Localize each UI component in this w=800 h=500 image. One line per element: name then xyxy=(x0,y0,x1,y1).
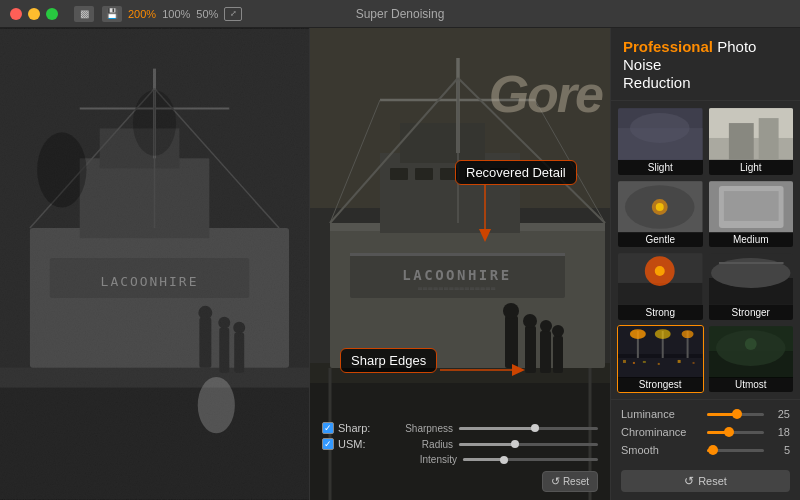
recovered-detail-arrow xyxy=(465,184,525,244)
sharp-edges-label: Sharp Edges xyxy=(340,348,437,373)
preset-utmost[interactable]: Utmost xyxy=(708,325,795,394)
preset-strongest-thumb xyxy=(618,326,703,378)
preset-medium[interactable]: Medium xyxy=(708,180,795,249)
intensity-slider[interactable] xyxy=(463,458,598,461)
usm-checkbox[interactable]: ✓ xyxy=(322,438,334,450)
chrominance-slider[interactable] xyxy=(707,431,764,434)
preset-light-label: Light xyxy=(709,160,794,175)
radius-slider[interactable] xyxy=(459,443,598,446)
save-icon[interactable]: 💾 xyxy=(102,6,122,22)
zoom-200-button[interactable]: 200% xyxy=(128,8,156,20)
preset-gentle[interactable]: Gentle xyxy=(617,180,704,249)
chrominance-slider-row: Chrominance 18 xyxy=(621,426,790,438)
close-button[interactable] xyxy=(10,8,22,20)
svg-rect-35 xyxy=(415,168,433,180)
svg-rect-91 xyxy=(618,357,703,377)
svg-point-101 xyxy=(744,338,756,350)
svg-rect-97 xyxy=(693,361,695,363)
after-reset-button[interactable]: ↺ Reset xyxy=(542,471,598,492)
svg-rect-66 xyxy=(728,123,753,160)
preset-slight-label: Slight xyxy=(618,160,703,175)
svg-rect-74 xyxy=(723,191,778,221)
svg-rect-67 xyxy=(758,118,778,160)
preset-strongest[interactable]: Strongest xyxy=(617,325,704,394)
svg-rect-93 xyxy=(633,361,635,363)
bottom-controls: ✓ Sharp: Sharpness ✓ USM: Radius xyxy=(310,422,610,492)
svg-point-47 xyxy=(503,303,519,319)
main-content: LACOONHIRE xyxy=(0,28,800,500)
sharpness-label: Sharpness xyxy=(388,423,453,434)
svg-point-51 xyxy=(540,320,552,332)
svg-point-86 xyxy=(630,329,646,339)
preset-strong[interactable]: Strong xyxy=(617,252,704,321)
svg-marker-57 xyxy=(479,229,491,242)
right-panel: Professional Photo Noise Reduction Sligh… xyxy=(610,28,800,500)
svg-point-88 xyxy=(655,329,671,339)
smooth-label: Smooth xyxy=(621,444,701,456)
presets-grid: Slight Light Gentl xyxy=(611,101,800,399)
minimize-button[interactable] xyxy=(28,8,40,20)
intensity-control-row: Intensity xyxy=(322,454,598,465)
svg-marker-59 xyxy=(512,364,525,376)
luminance-label: Luminance xyxy=(621,408,701,420)
zoom-50-button[interactable]: 50% xyxy=(196,8,218,20)
after-reset-label: Reset xyxy=(563,476,589,487)
preset-stronger-label: Stronger xyxy=(709,305,794,320)
sharp-label-text: Sharp: xyxy=(338,422,370,434)
zoom-controls: 200% 100% 50% ⤢ xyxy=(128,7,242,21)
luminance-slider[interactable] xyxy=(707,413,764,416)
titlebar: ▩ 💾 200% 100% 50% ⤢ Super Denoising xyxy=(0,0,800,28)
preset-strong-label: Strong xyxy=(618,305,703,320)
preset-slight-thumb xyxy=(618,108,703,160)
right-reset-button[interactable]: ↺ Reset xyxy=(621,470,790,492)
preset-light-thumb xyxy=(709,108,794,160)
folder-icon[interactable]: ▩ xyxy=(74,6,94,22)
window-title: Super Denoising xyxy=(356,7,445,21)
sharpness-slider[interactable] xyxy=(459,427,598,430)
svg-text:═══════════════: ═══════════════ xyxy=(417,285,496,293)
panel-title-bold: Professional xyxy=(623,38,713,55)
sharp-checkbox-label[interactable]: ✓ Sharp: xyxy=(322,422,382,434)
before-ship-image: LACOONHIRE xyxy=(0,28,309,500)
right-reset-label: Reset xyxy=(698,475,727,487)
sharp-checkbox[interactable]: ✓ xyxy=(322,422,334,434)
toolbar: ▩ 💾 xyxy=(74,6,122,22)
preset-utmost-thumb xyxy=(709,326,794,378)
sliders-section: Luminance 25 Chrominance 18 Smooth xyxy=(611,399,800,466)
smooth-slider[interactable] xyxy=(707,449,764,452)
chrominance-label: Chrominance xyxy=(621,426,701,438)
preset-slight[interactable]: Slight xyxy=(617,107,704,176)
panel-title-line2: Reduction xyxy=(623,74,691,91)
svg-rect-95 xyxy=(658,362,660,364)
preset-gentle-label: Gentle xyxy=(618,232,703,247)
preset-gentle-thumb xyxy=(618,181,703,233)
preset-medium-label: Medium xyxy=(709,232,794,247)
svg-rect-50 xyxy=(540,331,551,373)
preset-strong-thumb xyxy=(618,253,703,305)
intensity-label: Intensity xyxy=(392,454,457,465)
traffic-lights xyxy=(10,8,58,20)
svg-point-71 xyxy=(656,203,664,211)
preset-light[interactable]: Light xyxy=(708,107,795,176)
svg-rect-34 xyxy=(390,168,408,180)
svg-rect-63 xyxy=(618,108,703,160)
reset-icon-after: ↺ xyxy=(551,475,560,488)
svg-point-53 xyxy=(552,325,564,337)
svg-rect-52 xyxy=(553,336,563,373)
zoom-100-button[interactable]: 100% xyxy=(162,8,190,20)
preset-stronger[interactable]: Stronger xyxy=(708,252,795,321)
luminance-value: 25 xyxy=(770,408,790,420)
after-image-panel: LACOONHIRE ═══════════════ xyxy=(310,28,610,500)
preset-strongest-label: Strongest xyxy=(618,377,703,392)
panel-title: Professional Photo Noise Reduction xyxy=(623,38,788,92)
fit-to-window-icon[interactable]: ⤢ xyxy=(224,7,242,21)
svg-rect-29 xyxy=(350,253,565,256)
right-reset-icon: ↺ xyxy=(684,474,694,488)
svg-point-90 xyxy=(682,330,694,338)
usm-checkbox-label[interactable]: ✓ USM: xyxy=(322,438,382,450)
chrominance-value: 18 xyxy=(770,426,790,438)
maximize-button[interactable] xyxy=(46,8,58,20)
smooth-value: 5 xyxy=(770,444,790,456)
smooth-slider-row: Smooth 5 xyxy=(621,444,790,456)
svg-rect-96 xyxy=(678,359,681,362)
